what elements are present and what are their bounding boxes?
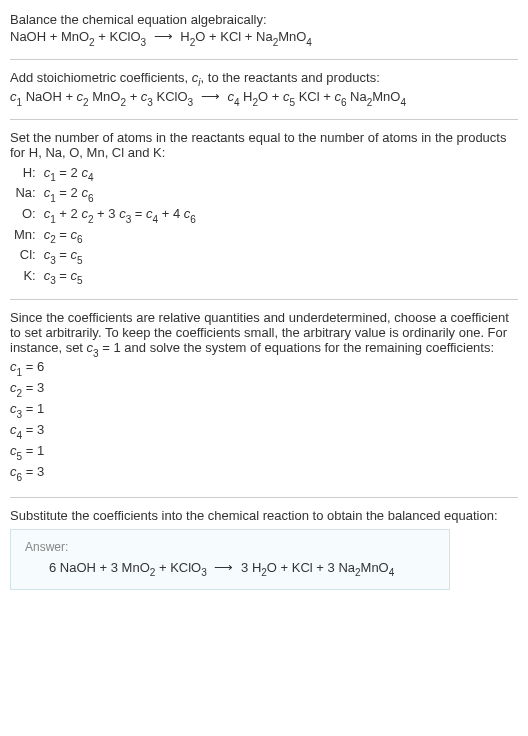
c1: c — [10, 89, 17, 104]
intro-block: Balance the chemical equation algebraica… — [10, 6, 518, 55]
plus1: + — [126, 89, 141, 104]
separator — [10, 59, 518, 60]
coef-line: c3 = 1 — [10, 400, 518, 421]
mno: MnO — [89, 89, 121, 104]
separator — [10, 497, 518, 498]
atom-equation: c3 = c5 — [40, 267, 200, 288]
atoms-table: H:c1 = 2 c4Na:c1 = 2 c6O:c1 + 2 c2 + 3 c… — [10, 164, 200, 288]
separator — [10, 299, 518, 300]
final-block: Substitute the coefficients into the che… — [10, 502, 518, 599]
balanced-equation: 6 NaOH + 3 MnO2 + KClO3 ⟶ 3 H2O + KCl + … — [25, 560, 435, 578]
table-row: Mn:c2 = c6 — [10, 226, 200, 247]
atom-equation: c1 = 2 c6 — [40, 184, 200, 205]
stoich-text-2: , to the reactants and products: — [201, 70, 380, 85]
rhs-okclna: O + KCl + Na — [195, 29, 272, 44]
c4: c — [227, 89, 234, 104]
stoich-equation: c1 NaOH + c2 MnO2 + c3 KClO3 ⟶ c4 H2O + … — [10, 89, 518, 107]
plus-kclo: + KClO — [95, 29, 141, 44]
solve-text-2: = 1 and solve the system of equations fo… — [99, 340, 494, 355]
final-rhs1: 3 H — [241, 560, 261, 575]
table-row: H:c1 = 2 c4 — [10, 164, 200, 185]
na2-sub: 2 — [367, 97, 373, 108]
final-mn-sub: 2 — [150, 567, 156, 578]
unbalanced-equation: NaOH + MnO2 + KClO3 ⟶ H2O + KCl + Na2MnO… — [10, 29, 518, 47]
solve-block: Since the coefficients are relative quan… — [10, 304, 518, 492]
naoh: NaOH + — [22, 89, 77, 104]
h2o-sub: 2 — [252, 97, 258, 108]
sub-mno2: 2 — [89, 37, 95, 48]
c4-sub: 4 — [234, 97, 240, 108]
atom-label: Mn: — [10, 226, 40, 247]
sub-kclo3: 3 — [141, 37, 147, 48]
stoich-block: Add stoichiometric coefficients, ci, to … — [10, 64, 518, 115]
final-rhs3: MnO — [361, 560, 389, 575]
solve-text: Since the coefficients are relative quan… — [10, 310, 518, 358]
coef-line: c5 = 1 — [10, 442, 518, 463]
mno-sub: 2 — [120, 97, 126, 108]
atom-equation: c1 = 2 c4 — [40, 164, 200, 185]
rhs-h: H — [180, 29, 189, 44]
c1-sub: 1 — [17, 97, 23, 108]
table-row: O:c1 + 2 c2 + 3 c3 = c4 + 4 c6 — [10, 205, 200, 226]
stoich-ci-sub: i — [198, 77, 200, 88]
atoms-block: Set the number of atoms in the reactants… — [10, 124, 518, 296]
c2-sub: 2 — [83, 97, 89, 108]
table-row: K:c3 = c5 — [10, 267, 200, 288]
final-lhs: 6 NaOH + 3 MnO — [49, 560, 150, 575]
sub-h2: 2 — [190, 37, 196, 48]
atom-label: O: — [10, 205, 40, 226]
rhs-mno: MnO — [278, 29, 306, 44]
arrow-icon: ⟶ — [150, 29, 177, 44]
atom-label: Na: — [10, 184, 40, 205]
final-mid: + KClO — [155, 560, 201, 575]
coef-line: c4 = 3 — [10, 421, 518, 442]
atoms-intro: Set the number of atoms in the reactants… — [10, 130, 518, 160]
atom-label: K: — [10, 267, 40, 288]
atom-label: H: — [10, 164, 40, 185]
arrow-icon-2: ⟶ — [197, 89, 224, 104]
final-na-sub: 2 — [355, 567, 361, 578]
o-kcl: O + — [258, 89, 283, 104]
atom-label: Cl: — [10, 246, 40, 267]
sub-mno4: 4 — [306, 37, 312, 48]
final-text: Substitute the coefficients into the che… — [10, 508, 518, 523]
coef-line: c6 = 3 — [10, 463, 518, 484]
mno4-sub: 4 — [400, 97, 406, 108]
answer-label: Answer: — [25, 540, 435, 554]
kclo: KClO — [153, 89, 188, 104]
answer-box: Answer: 6 NaOH + 3 MnO2 + KClO3 ⟶ 3 H2O … — [10, 529, 450, 591]
solve-c-sub: 3 — [93, 348, 99, 359]
final-kclo-sub: 3 — [201, 567, 207, 578]
c6: c — [334, 89, 341, 104]
final-mno4-sub: 4 — [389, 567, 395, 578]
h2o: H — [239, 89, 252, 104]
sub-na2: 2 — [273, 37, 279, 48]
lhs-naoh-mno: NaOH + MnO — [10, 29, 89, 44]
c6-sub: 6 — [341, 97, 347, 108]
c5-sub: 5 — [289, 97, 295, 108]
kcl: KCl + — [295, 89, 334, 104]
final-h2-sub: 2 — [261, 567, 267, 578]
atom-equation: c2 = c6 — [40, 226, 200, 247]
atom-equation: c3 = c5 — [40, 246, 200, 267]
atom-equation: c1 + 2 c2 + 3 c3 = c4 + 4 c6 — [40, 205, 200, 226]
stoich-text-1: Add stoichiometric coefficients, — [10, 70, 192, 85]
final-rhs2: O + KCl + 3 Na — [267, 560, 355, 575]
table-row: Na:c1 = 2 c6 — [10, 184, 200, 205]
arrow-icon-3: ⟶ — [210, 560, 237, 575]
na2: Na — [346, 89, 366, 104]
mno-r: MnO — [372, 89, 400, 104]
coef-list: c1 = 6c2 = 3c3 = 1c4 = 3c5 = 1c6 = 3 — [10, 358, 518, 485]
intro-text: Balance the chemical equation algebraica… — [10, 12, 518, 27]
kclo-sub: 3 — [188, 97, 194, 108]
separator — [10, 119, 518, 120]
table-row: Cl:c3 = c5 — [10, 246, 200, 267]
coef-line: c2 = 3 — [10, 379, 518, 400]
stoich-text: Add stoichiometric coefficients, ci, to … — [10, 70, 518, 88]
c3-sub: 3 — [147, 97, 153, 108]
coef-line: c1 = 6 — [10, 358, 518, 379]
